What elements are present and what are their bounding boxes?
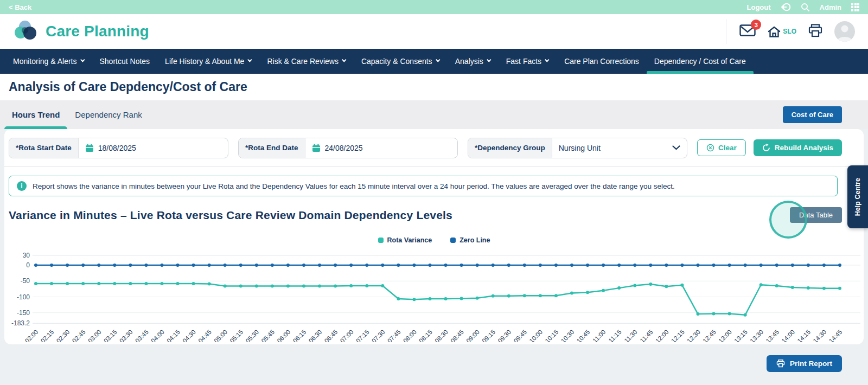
data-point[interactable]	[176, 282, 180, 285]
logout-icon[interactable]	[781, 2, 791, 12]
nav-item-care-plan-corrections[interactable]: Care Plan Corrections	[557, 49, 647, 74]
data-point[interactable]	[239, 264, 242, 267]
data-point[interactable]	[476, 264, 479, 267]
data-point[interactable]	[822, 287, 826, 290]
data-point[interactable]	[523, 264, 526, 267]
data-point[interactable]	[665, 264, 668, 267]
tab-hours-trend[interactable]: Hours Trend	[4, 100, 67, 129]
data-point[interactable]	[34, 282, 37, 285]
data-point[interactable]	[728, 264, 731, 267]
data-point[interactable]	[744, 313, 747, 317]
nav-item-capacity-consents[interactable]: Capacity & Consents	[354, 49, 448, 74]
data-point[interactable]	[523, 294, 526, 297]
data-point[interactable]	[365, 264, 368, 267]
data-point[interactable]	[50, 264, 53, 267]
data-point[interactable]	[633, 284, 636, 287]
data-point[interactable]	[224, 264, 227, 267]
data-point[interactable]	[129, 282, 132, 285]
data-point[interactable]	[381, 284, 384, 287]
data-point[interactable]	[712, 312, 716, 316]
data-point[interactable]	[602, 289, 605, 292]
data-point[interactable]	[412, 298, 416, 301]
help-centre-tab[interactable]: Help Centre	[847, 165, 868, 228]
data-point[interactable]	[649, 264, 652, 267]
data-point[interactable]	[224, 285, 227, 288]
data-point[interactable]	[97, 282, 100, 285]
data-point[interactable]	[192, 282, 195, 285]
data-point[interactable]	[791, 264, 794, 267]
data-point[interactable]	[255, 285, 258, 288]
logout-link[interactable]: Logout	[747, 3, 771, 11]
data-point[interactable]	[318, 285, 321, 288]
data-point[interactable]	[66, 264, 69, 267]
data-point[interactable]	[570, 291, 573, 294]
data-point[interactable]	[602, 264, 605, 267]
data-point[interactable]	[476, 297, 479, 300]
data-point[interactable]	[617, 264, 621, 267]
data-point[interactable]	[239, 285, 242, 288]
data-point[interactable]	[617, 286, 621, 290]
data-point[interactable]	[492, 264, 495, 267]
data-point[interactable]	[97, 264, 100, 267]
data-point[interactable]	[586, 264, 589, 267]
data-point[interactable]	[192, 264, 195, 267]
data-point[interactable]	[144, 282, 148, 285]
data-point[interactable]	[539, 264, 542, 267]
data-point[interactable]	[460, 264, 463, 267]
data-point[interactable]	[444, 297, 448, 300]
nav-item-monitoring-alerts[interactable]: Monitoring & Alerts	[5, 49, 92, 74]
data-point[interactable]	[791, 286, 794, 289]
data-point[interactable]	[492, 294, 495, 298]
data-point[interactable]	[34, 264, 37, 267]
data-point[interactable]	[302, 264, 305, 267]
search-icon[interactable]	[801, 3, 810, 12]
nav-item-fast-facts[interactable]: Fast Facts	[499, 49, 557, 74]
data-point[interactable]	[160, 282, 163, 285]
home-button[interactable]: SLO	[768, 25, 796, 38]
data-point[interactable]	[349, 284, 353, 287]
data-point[interactable]	[334, 264, 337, 267]
rebuild-analysis-button[interactable]: Rebuild Analysis	[754, 139, 842, 156]
back-link[interactable]: < Back	[9, 3, 31, 11]
data-point[interactable]	[66, 282, 69, 285]
data-point[interactable]	[81, 264, 85, 267]
data-point[interactable]	[775, 284, 778, 287]
data-point[interactable]	[712, 264, 716, 267]
data-table-button[interactable]: Data Table	[790, 207, 842, 223]
data-point[interactable]	[144, 264, 148, 267]
nav-item-shortcut-notes[interactable]: Shortcut Notes	[92, 49, 158, 74]
nav-item-dependency-cost-of-care[interactable]: Dependency / Cost of Care	[647, 49, 754, 74]
tab-dependency-rank[interactable]: Dependency Rank	[67, 100, 149, 129]
data-point[interactable]	[160, 264, 163, 267]
data-point[interactable]	[129, 264, 132, 267]
data-point[interactable]	[460, 297, 463, 300]
data-point[interactable]	[507, 294, 510, 298]
data-point[interactable]	[586, 291, 589, 294]
print-report-button[interactable]: Print Report	[767, 355, 842, 372]
data-point[interactable]	[728, 312, 731, 316]
data-point[interactable]	[428, 297, 431, 300]
data-point[interactable]	[539, 294, 542, 297]
data-point[interactable]	[633, 264, 636, 267]
data-point[interactable]	[365, 284, 368, 287]
variance-line-chart[interactable]: 300-50-100-150-183.202:0002:1502:3002:45…	[4, 245, 864, 342]
data-point[interactable]	[822, 264, 826, 267]
data-point[interactable]	[570, 264, 573, 267]
data-point[interactable]	[775, 264, 778, 267]
data-point[interactable]	[696, 312, 699, 316]
nav-item-risk-care-reviews[interactable]: Risk & Care Reviews	[259, 49, 353, 74]
data-point[interactable]	[554, 294, 558, 297]
data-point[interactable]	[176, 264, 180, 267]
data-point[interactable]	[696, 264, 699, 267]
dependency-group-select[interactable]: *Dependency Group Nursing Unit	[468, 138, 687, 158]
data-point[interactable]	[397, 297, 400, 300]
data-point[interactable]	[680, 264, 684, 267]
data-point[interactable]	[286, 264, 290, 267]
data-point[interactable]	[302, 285, 305, 288]
data-point[interactable]	[744, 264, 747, 267]
data-point[interactable]	[50, 282, 53, 285]
data-point[interactable]	[113, 264, 116, 267]
print-button-header[interactable]	[808, 24, 822, 40]
data-point[interactable]	[286, 285, 290, 288]
data-point[interactable]	[334, 285, 337, 288]
